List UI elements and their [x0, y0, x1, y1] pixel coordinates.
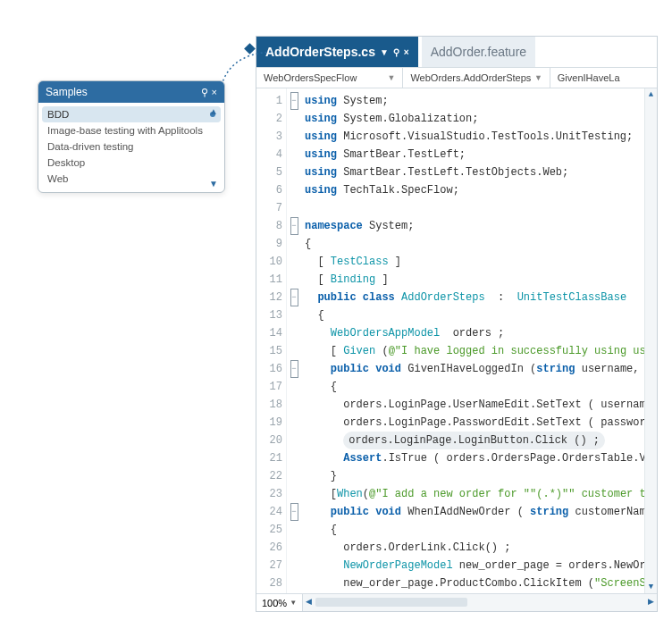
code-line[interactable]: orders.LoginPage.UserNameEdit.SetText ( … [305, 396, 644, 414]
chevron-down-icon: ▼ [290, 599, 297, 607]
scroll-up-icon[interactable]: ▲ [207, 106, 220, 116]
code-line[interactable] [305, 199, 644, 217]
breadcrumb-project[interactable]: WebOrdersSpecFlow ▼ [256, 68, 403, 88]
line-number: 4 [256, 146, 282, 164]
line-number: 8 [256, 217, 282, 235]
code-line[interactable]: new_order_page.ProductCombo.ClickItem ("… [305, 574, 644, 592]
scroll-down-icon[interactable]: ▼ [207, 179, 220, 189]
code-line[interactable]: { [305, 235, 644, 253]
line-number: 16 [256, 360, 282, 378]
line-number: 25 [256, 521, 282, 539]
tab-addordersteps[interactable]: AddOrderSteps.cs ▼ ⚲ × [256, 37, 418, 67]
code-line[interactable]: public void WhenIAddNewOrder ( string cu… [305, 503, 644, 521]
zoom-selector[interactable]: 100% ▼ [256, 594, 303, 611]
line-number: 20 [256, 432, 282, 449]
samples-title: Samples [46, 86, 197, 98]
scroll-down-icon[interactable]: ▼ [645, 583, 657, 591]
chevron-down-icon: ▼ [534, 73, 542, 82]
breadcrumb-method[interactable]: GivenIHaveLa [550, 68, 657, 88]
code-line[interactable]: public class AddOrderSteps : UnitTestCla… [305, 289, 644, 306]
line-number: 27 [256, 557, 282, 574]
close-icon[interactable]: × [404, 47, 409, 57]
code-line[interactable]: [ Given (@"I have logged in successfully… [305, 342, 644, 360]
scrollbar-thumb[interactable] [315, 598, 467, 607]
line-number: 23 [256, 485, 282, 503]
code-line[interactable]: WebOrdersAppModel orders ; [305, 324, 644, 342]
breadcrumb-class[interactable]: WebOrders.AddOrderSteps ▼ [403, 68, 550, 88]
line-number: 24 [256, 503, 282, 521]
vertical-scrollbar[interactable]: ▲ ▼ [644, 88, 657, 593]
code-area[interactable]: 1234567891011121314151617181920212223242… [256, 88, 657, 593]
line-number: 3 [256, 128, 282, 146]
line-number: 28 [256, 574, 282, 592]
line-number: 2 [256, 110, 282, 128]
code-line[interactable]: using TechTalk.SpecFlow; [305, 181, 644, 199]
chevron-down-icon[interactable]: ▼ [380, 47, 389, 57]
code-line[interactable]: { [305, 306, 644, 324]
line-number: 9 [256, 235, 282, 253]
fold-toggle-icon[interactable]: − [290, 289, 298, 306]
line-number: 13 [256, 306, 282, 324]
pin-icon[interactable]: ⚲ [393, 47, 399, 57]
code-editor: AddOrderSteps.cs ▼ ⚲ × AddOrder.feature … [256, 36, 658, 612]
pin-icon[interactable]: ⚲ [201, 87, 208, 98]
code-line[interactable]: [When(@"I add a new order for ""(.*)"" c… [305, 485, 644, 503]
code-line[interactable]: orders.OrderLink.Click() ; [305, 539, 644, 557]
code-line[interactable]: Assert.IsTrue ( orders.OrdersPage.Orders… [305, 449, 644, 467]
samples-item[interactable]: Image-base testing with Applitools [38, 122, 224, 138]
scroll-right-icon[interactable]: ▶ [648, 597, 654, 606]
line-number: 14 [256, 324, 282, 342]
tab-addorderfeature[interactable]: AddOrder.feature [422, 37, 535, 67]
line-number: 6 [256, 181, 282, 199]
line-number: 17 [256, 378, 282, 396]
code-line[interactable]: using SmartBear.TestLeft; [305, 146, 644, 164]
code-line[interactable]: [ Binding ] [305, 271, 644, 289]
line-number: 22 [256, 467, 282, 485]
line-number: 5 [256, 164, 282, 181]
fold-toggle-icon[interactable]: − [290, 360, 298, 378]
line-number: 10 [256, 253, 282, 271]
line-number: 15 [256, 342, 282, 360]
code-line[interactable]: using SmartBear.TestLeft.TestObjects.Web… [305, 164, 644, 181]
code-line[interactable]: [ TestClass ] [305, 253, 644, 271]
scroll-left-icon[interactable]: ◀ [306, 597, 312, 606]
samples-header: Samples ⚲ × [38, 81, 224, 103]
line-number: 11 [256, 271, 282, 289]
samples-list: ▲ BDDImage-base testing with ApplitoolsD… [38, 103, 224, 192]
breadcrumb: WebOrdersSpecFlow ▼ WebOrders.AddOrderSt… [256, 67, 657, 88]
fold-toggle-icon[interactable]: − [290, 92, 298, 110]
code-line[interactable]: orders.LoginPage.PasswordEdit.SetText ( … [305, 414, 644, 432]
code-line[interactable]: public void GivenIHaveLoggedIn (string u… [305, 360, 644, 378]
tab-label: AddOrder.feature [431, 45, 526, 59]
code-line[interactable]: using System; [305, 92, 644, 110]
line-number: 7 [256, 199, 282, 217]
code-line[interactable]: using System.Globalization; [305, 110, 644, 128]
tab-bar: AddOrderSteps.cs ▼ ⚲ × AddOrder.feature [256, 37, 657, 67]
code-line[interactable]: { [305, 378, 644, 396]
code-line[interactable]: orders.LoginPage.LoginButton.Click () ; [305, 432, 644, 449]
line-gutter: 1234567891011121314151617181920212223242… [256, 88, 287, 593]
fold-toggle-icon[interactable]: − [290, 503, 298, 521]
fold-toggle-icon[interactable]: − [290, 217, 298, 235]
code-line[interactable]: } [305, 467, 644, 485]
line-number: 19 [256, 414, 282, 432]
horizontal-scrollbar[interactable]: ◀ ▶ [303, 594, 657, 611]
fold-column: −−−−− [287, 88, 301, 593]
close-icon[interactable]: × [212, 87, 217, 97]
code-line[interactable]: NewOrderPageModel new_order_page = order… [305, 557, 644, 574]
line-number: 26 [256, 539, 282, 557]
line-number: 18 [256, 396, 282, 414]
scroll-up-icon[interactable]: ▲ [645, 90, 657, 99]
code-line[interactable]: namespace System; [305, 217, 644, 235]
samples-item[interactable]: BDD [42, 106, 221, 122]
code-lines[interactable]: using System;using System.Globalization;… [301, 88, 644, 593]
code-line[interactable]: using Microsoft.VisualStudio.TestTools.U… [305, 128, 644, 146]
code-line[interactable]: { [305, 521, 644, 539]
samples-item[interactable]: Desktop [38, 155, 224, 171]
line-number: 12 [256, 289, 282, 306]
chevron-down-icon: ▼ [387, 73, 395, 82]
samples-item[interactable]: Web [38, 171, 224, 187]
status-bar: 100% ▼ ◀ ▶ [256, 593, 657, 611]
samples-item[interactable]: Data-driven testing [38, 138, 224, 155]
line-number: 21 [256, 449, 282, 467]
